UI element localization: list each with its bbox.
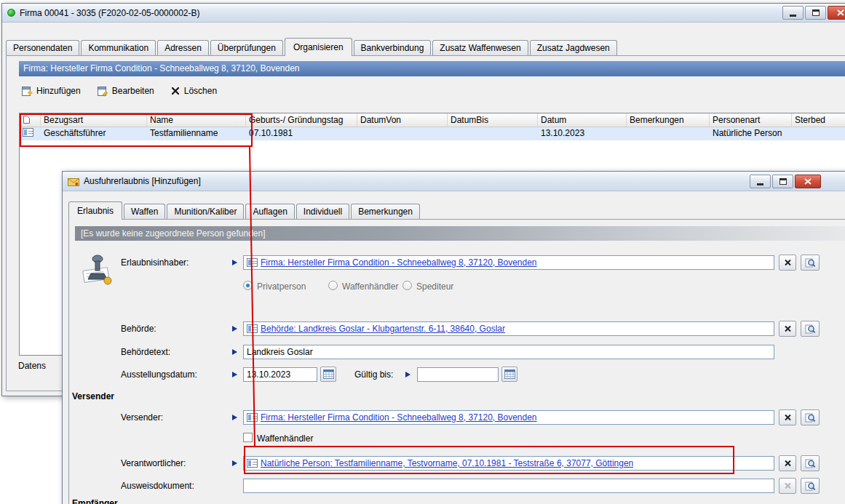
tab-kommunikation[interactable]: Kommunikation xyxy=(81,40,156,55)
tab-individuell[interactable]: Individuell xyxy=(296,204,349,219)
add-button[interactable]: Hinzufügen xyxy=(19,84,83,98)
gueltig-bis-input[interactable] xyxy=(417,367,499,382)
column-header-sterbedatum[interactable]: Sterbed xyxy=(792,113,845,127)
cell-datumvon xyxy=(357,127,448,140)
contact-card-icon xyxy=(23,128,33,137)
cell-bemerkungen xyxy=(627,127,710,140)
behoerde-search-button[interactable] xyxy=(801,321,820,337)
dialog-titlebar[interactable]: Ausfuhrerlaubnis [Hinzufügen] xyxy=(63,172,845,191)
contact-card-icon xyxy=(247,413,258,422)
tab-ueberpruefungen[interactable]: Überprüfungen xyxy=(210,40,283,55)
edit-button-label: Bearbeiten xyxy=(112,86,154,96)
magnifier-icon xyxy=(805,257,816,268)
erlaubnisinhaber-clear-button[interactable] xyxy=(779,255,796,271)
delete-icon xyxy=(170,86,180,96)
tab-personendaten[interactable]: Personendaten xyxy=(6,40,79,55)
close-icon xyxy=(804,178,812,185)
tab-adressen[interactable]: Adressen xyxy=(157,40,209,55)
versender-section-header: Versender xyxy=(72,391,114,401)
calendar-icon xyxy=(504,369,515,379)
gueltig-bis-calendar-button[interactable] xyxy=(501,367,517,382)
tab-erlaubnis[interactable]: Erlaubnis xyxy=(68,201,122,220)
column-header-name[interactable]: Name xyxy=(147,113,246,127)
verantwortlicher-search-button[interactable] xyxy=(801,455,820,471)
radio-spediteur[interactable] xyxy=(402,281,412,290)
tab-bemerkungen[interactable]: Bemerkungen xyxy=(351,204,420,219)
column-header-datumbis[interactable]: DatumBis xyxy=(448,113,538,127)
clear-x-icon xyxy=(784,482,792,489)
radio-spediteur-label: Spediteur xyxy=(416,281,453,292)
field-arrow-icon xyxy=(232,415,237,420)
versender-search-button[interactable] xyxy=(801,409,820,425)
minimize-button[interactable] xyxy=(782,6,804,20)
behoerde-clear-button[interactable] xyxy=(779,321,796,337)
dialog-maximize-button[interactable] xyxy=(772,175,793,188)
erlaubnisinhaber-link[interactable]: Firma: Hersteller Firma Condition - Schn… xyxy=(261,257,537,268)
column-header-bezugsart[interactable]: Bezugsart xyxy=(41,113,147,127)
edit-button[interactable]: Bearbeiten xyxy=(95,84,156,98)
clear-x-icon xyxy=(784,460,792,467)
empfaenger-section-header: Empfänger xyxy=(72,498,118,504)
maximize-button[interactable] xyxy=(805,6,826,20)
tab-organisieren[interactable]: Organisieren xyxy=(285,38,352,56)
ausweisdokument-label: Ausweisdokument: xyxy=(121,481,194,491)
magnifier-icon xyxy=(805,481,816,492)
cell-datumbis xyxy=(448,127,538,140)
firma-window-titlebar[interactable]: Firma 00041 - 3035 (F2020-02-05-0000002-… xyxy=(2,4,845,23)
tab-waffen[interactable]: Waffen xyxy=(124,204,165,219)
behoerde-link[interactable]: Behörde: Landkreis Goslar - Klubgartenst… xyxy=(261,324,505,334)
contact-card-icon xyxy=(247,258,258,267)
cell-name: Testfamilienname xyxy=(147,127,246,140)
ausweisdokument-field[interactable] xyxy=(243,479,774,493)
column-header-datum[interactable]: Datum xyxy=(538,113,627,127)
erlaubnisinhaber-label: Erlaubnisinhaber: xyxy=(121,257,189,268)
dialog-minimize-button[interactable] xyxy=(750,175,771,188)
ausstellungsdatum-calendar-button[interactable] xyxy=(320,367,336,382)
status-green-dot-icon xyxy=(7,9,15,17)
cell-gruendungstag: 07.10.1981 xyxy=(246,127,357,140)
tab-zusatz-jagdwesen[interactable]: Zusatz Jagdwesen xyxy=(530,40,617,55)
ausfuhrerlaubnis-dialog: Ausfuhrerlaubnis [Hinzufügen] Erlaubnis … xyxy=(62,171,845,504)
magnifier-icon xyxy=(805,458,816,469)
behoerde-label: Behörde: xyxy=(121,324,156,334)
erlaubnisinhaber-search-button[interactable] xyxy=(801,255,820,271)
erlaubnisinhaber-field[interactable]: Firma: Hersteller Firma Condition - Schn… xyxy=(243,255,774,270)
tab-bankverbindung[interactable]: Bankverbindung xyxy=(354,40,432,55)
tab-munition-kaliber[interactable]: Munition/Kaliber xyxy=(167,204,244,219)
behoerdetext-value: Landkreis Goslar xyxy=(247,347,313,357)
versender-field[interactable]: Firma: Hersteller Firma Condition - Schn… xyxy=(243,410,774,425)
delete-button[interactable]: Löschen xyxy=(168,84,219,97)
firma-window-title: Firma 00041 - 3035 (F2020-02-05-0000002-… xyxy=(20,8,199,18)
column-header-personenart[interactable]: Personenart xyxy=(710,113,792,127)
verantwortlicher-field[interactable]: Natürliche Person: Testfamilienname, Tes… xyxy=(243,456,774,471)
tab-auflagen[interactable]: Auflagen xyxy=(245,204,294,219)
ausweisdokument-search-button[interactable] xyxy=(801,478,820,494)
calendar-icon xyxy=(323,369,334,379)
clear-x-icon xyxy=(784,259,792,266)
ausstellungsdatum-input[interactable]: 13.10.2023 xyxy=(243,367,317,382)
verantwortlicher-link[interactable]: Natürliche Person: Testfamilienname, Tes… xyxy=(261,458,633,468)
waffenhaendler-checkbox[interactable] xyxy=(243,433,253,442)
cell-personenart: Natürliche Person xyxy=(710,127,792,140)
tab-zusatz-waffenwesen[interactable]: Zusatz Waffenwesen xyxy=(432,40,528,55)
magnifier-icon xyxy=(805,324,816,335)
contact-card-icon xyxy=(247,459,258,468)
versender-link[interactable]: Firma: Hersteller Firma Condition - Schn… xyxy=(261,412,537,423)
magnifier-icon xyxy=(805,412,816,423)
verantwortlicher-clear-button[interactable] xyxy=(779,455,796,471)
radio-privatperson[interactable] xyxy=(243,281,253,290)
column-header-record-icon[interactable] xyxy=(20,113,41,127)
versender-clear-button[interactable] xyxy=(779,409,796,425)
close-button[interactable] xyxy=(828,6,845,20)
column-header-bemerkungen[interactable]: Bemerkungen xyxy=(627,113,710,127)
cell-datum: 13.10.2023 xyxy=(538,127,627,140)
dialog-close-button[interactable] xyxy=(795,175,821,188)
ausstellungsdatum-label: Ausstellungsdatum: xyxy=(121,369,197,380)
minimize-icon xyxy=(790,15,796,17)
radio-waffenhaendler[interactable] xyxy=(328,281,338,290)
column-header-gruendungstag[interactable]: Geburts-/ Gründungstag xyxy=(246,113,357,127)
column-header-datumvon[interactable]: DatumVon xyxy=(357,113,448,127)
table-row[interactable]: Geschäftsführer Testfamilienname 07.10.1… xyxy=(20,127,845,140)
behoerde-field[interactable]: Behörde: Landkreis Goslar - Klubgartenst… xyxy=(243,321,774,336)
behoerdetext-input[interactable]: Landkreis Goslar xyxy=(243,345,774,359)
